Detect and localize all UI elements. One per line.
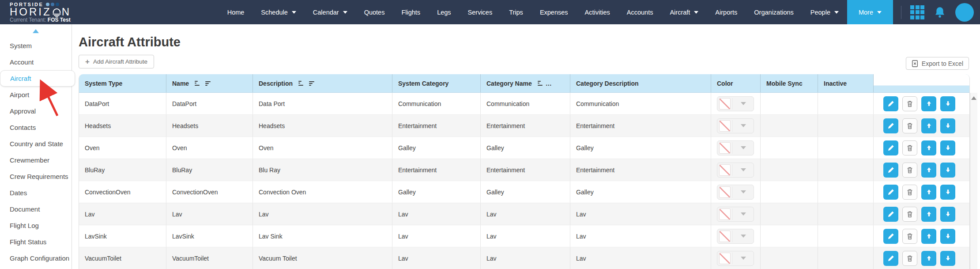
nav-item[interactable]: Organizations — [746, 0, 802, 24]
nav-item[interactable]: Home — [219, 0, 253, 24]
nav-item[interactable]: Legs — [429, 0, 459, 24]
chevron-down-icon[interactable] — [732, 231, 754, 242]
sidebar-item[interactable]: Crew Requirements — [0, 168, 72, 185]
add-aircraft-attribute-button[interactable]: Add Aircraft Attribute — [79, 55, 154, 68]
edit-button[interactable] — [883, 140, 898, 155]
chevron-down-icon[interactable] — [732, 253, 754, 264]
move-up-button[interactable] — [921, 207, 936, 222]
sidebar-item[interactable]: Aircraft — [0, 70, 75, 87]
chevron-down-icon[interactable] — [732, 164, 754, 176]
sidebar-item[interactable]: Approval — [0, 103, 72, 119]
move-down-button[interactable] — [940, 185, 955, 200]
sidebar-item[interactable]: Flight Status — [0, 234, 72, 250]
sidebar-item[interactable]: Crewmember — [0, 152, 72, 168]
user-avatar[interactable] — [955, 3, 974, 22]
move-up-button[interactable] — [921, 140, 936, 155]
nav-item[interactable]: Aircraft — [661, 0, 707, 24]
horizon-logo[interactable]: PORTSIDE HORIZ N Current Tenant: FOS T — [0, 0, 102, 24]
sidebar-item[interactable]: Dates — [0, 185, 72, 201]
delete-button[interactable] — [902, 207, 917, 222]
column-header[interactable]: Category Name — [481, 74, 570, 92]
move-up-button[interactable] — [921, 229, 936, 244]
delete-button[interactable] — [902, 251, 917, 266]
sidebar-item[interactable]: Graph Configuration — [0, 250, 72, 266]
notifications-bell-icon[interactable] — [933, 6, 946, 19]
sidebar-item[interactable]: Flight Log — [0, 217, 72, 234]
chevron-down-icon[interactable] — [732, 120, 754, 132]
nav-item[interactable]: Flights — [393, 0, 429, 24]
column-header[interactable]: Category Description — [570, 74, 711, 92]
move-up-button[interactable] — [921, 96, 936, 111]
color-picker[interactable] — [717, 140, 754, 155]
filter-icon[interactable] — [309, 81, 314, 86]
column-header[interactable] — [874, 74, 970, 92]
edit-button[interactable] — [883, 118, 898, 133]
nav-item-more[interactable]: More — [847, 0, 893, 24]
table-vertical-scrollbar[interactable] — [970, 93, 977, 269]
column-header[interactable]: System Type — [79, 74, 166, 92]
nav-item[interactable]: Trips — [501, 0, 531, 24]
move-down-button[interactable] — [940, 229, 955, 244]
filter-icon[interactable] — [205, 81, 211, 86]
color-picker[interactable] — [717, 207, 754, 222]
sidebar-scroll-up-icon[interactable] — [0, 24, 72, 38]
delete-button[interactable] — [902, 163, 917, 178]
edit-button[interactable] — [883, 163, 898, 178]
chevron-down-icon[interactable] — [732, 208, 754, 220]
edit-button[interactable] — [883, 229, 898, 244]
nav-item[interactable]: Accounts — [618, 0, 662, 24]
delete-button[interactable] — [902, 229, 917, 244]
color-picker[interactable] — [717, 251, 754, 266]
column-header[interactable]: Mobile Sync — [761, 74, 818, 92]
sidebar-item[interactable]: Contacts — [0, 119, 72, 136]
column-header[interactable]: Inactive — [818, 74, 874, 92]
sort-icon[interactable] — [298, 81, 303, 86]
move-down-button[interactable] — [940, 163, 955, 178]
chevron-down-icon[interactable] — [732, 98, 754, 110]
nav-item[interactable]: Expenses — [531, 0, 577, 24]
move-down-button[interactable] — [940, 140, 955, 155]
sidebar-item[interactable]: System — [0, 38, 72, 54]
move-up-button[interactable] — [921, 251, 936, 266]
sidebar-item[interactable]: Airport — [0, 87, 72, 103]
nav-item[interactable]: People — [802, 0, 847, 24]
sidebar-item[interactable]: Document — [0, 201, 72, 217]
move-down-button[interactable] — [940, 251, 955, 266]
chevron-down-icon[interactable] — [732, 142, 754, 154]
ellipsis-icon[interactable] — [548, 82, 552, 85]
move-up-button[interactable] — [921, 185, 936, 200]
move-down-button[interactable] — [940, 118, 955, 133]
delete-button[interactable] — [902, 118, 917, 133]
nav-item[interactable]: Services — [460, 0, 501, 24]
column-header[interactable]: System Category — [392, 74, 481, 92]
sort-icon[interactable] — [538, 81, 543, 86]
chevron-down-icon[interactable] — [732, 186, 754, 198]
nav-item[interactable]: Quotes — [356, 0, 393, 24]
nav-item[interactable]: Activities — [577, 0, 618, 24]
column-header[interactable]: Description — [253, 74, 392, 92]
move-down-button[interactable] — [940, 96, 955, 111]
color-picker[interactable] — [717, 229, 754, 244]
move-down-button[interactable] — [940, 207, 955, 222]
nav-item[interactable]: Schedule — [253, 0, 304, 24]
column-header[interactable]: Name — [166, 74, 253, 92]
app-grid-icon[interactable] — [910, 5, 924, 19]
delete-button[interactable] — [902, 96, 917, 111]
delete-button[interactable] — [902, 185, 917, 200]
sidebar-item[interactable]: Account — [0, 54, 72, 70]
color-picker[interactable] — [717, 118, 754, 133]
delete-button[interactable] — [902, 140, 917, 155]
color-picker[interactable] — [717, 185, 754, 200]
column-header[interactable]: Color — [711, 74, 761, 92]
edit-button[interactable] — [883, 96, 898, 111]
color-picker[interactable] — [717, 96, 754, 111]
edit-button[interactable] — [883, 207, 898, 222]
edit-button[interactable] — [883, 185, 898, 200]
move-up-button[interactable] — [921, 163, 936, 178]
export-to-excel-button[interactable]: Export to Excel — [906, 57, 969, 70]
sort-icon[interactable] — [195, 81, 200, 86]
edit-button[interactable] — [883, 251, 898, 266]
move-up-button[interactable] — [921, 118, 936, 133]
scroll-up-arrow-icon[interactable] — [971, 96, 976, 100]
color-picker[interactable] — [717, 163, 754, 178]
